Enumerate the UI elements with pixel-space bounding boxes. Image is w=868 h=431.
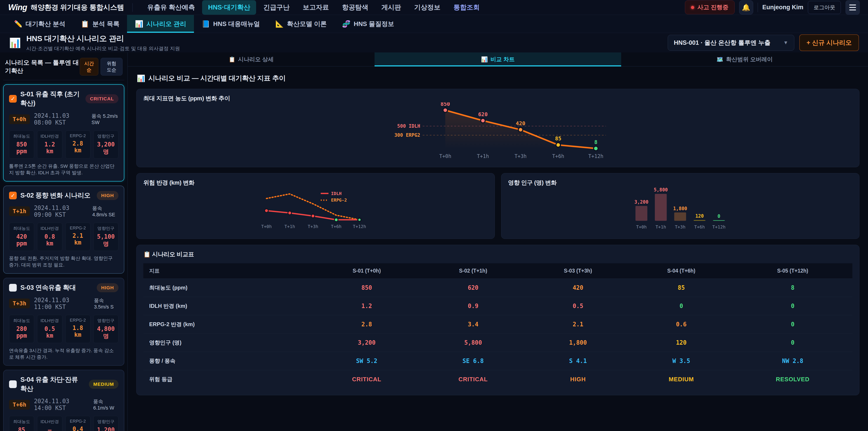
incident-select-value: HNS-001 · 울산 온산항 톨루엔 누출 bbox=[674, 39, 771, 47]
table-cell: 0 bbox=[733, 334, 852, 352]
table-cell: SE 6.8 bbox=[420, 352, 526, 370]
table-cell: 1,800 bbox=[526, 334, 629, 352]
scenario-description: 톨루엔 2.5톤 순간 유출. SW 풍향으로 온산 산업단지 방향 확산. I… bbox=[9, 163, 119, 176]
scenario-card[interactable]: ✓ S-01 유출 직후 (초기 확산) CRITICAL T+0h 2024.… bbox=[3, 84, 124, 182]
table-row: 풍향 / 풍속SW 5.2SE 6.8S 4.1W 3.5NW 2.8 bbox=[143, 352, 852, 370]
svg-text:120: 120 bbox=[695, 213, 704, 219]
scenario-checkbox[interactable] bbox=[9, 284, 17, 291]
new-scenario-button[interactable]: + 신규 시나리오 bbox=[799, 34, 859, 51]
wind-info: 풍속 5.2m/s SW bbox=[92, 113, 119, 125]
scenario-title: S-01 유출 직후 (초기 확산) bbox=[20, 90, 82, 108]
metric-label: IDLH반경 bbox=[39, 225, 60, 232]
metric-label: 영향인구 bbox=[95, 133, 116, 139]
metric-value: 0.5 km bbox=[39, 326, 60, 339]
wind-info: 풍속 6.1m/s W bbox=[93, 398, 119, 411]
nav-item-weather[interactable]: 기상정보 bbox=[408, 0, 446, 15]
svg-text:620: 620 bbox=[478, 111, 488, 117]
wind-info: 풍속 3.5m/s S bbox=[94, 297, 119, 310]
comparison-table-panel: 📋 시나리오 비교표 지표S-01 (T+0h)S-02 (T+1h)S-03 … bbox=[136, 245, 860, 395]
tab-diffusion-analysis[interactable]: ✏️ 대기확산 분석 bbox=[6, 15, 73, 33]
nav-item-board[interactable]: 게시판 bbox=[375, 0, 407, 15]
concentration-line-chart: 500 IDLH300 ERPG2850620420858T+0hT+1hT+3… bbox=[385, 102, 611, 162]
metric-box: 영향인구5,100명 bbox=[93, 223, 119, 251]
time-offset-chip: T+0h bbox=[9, 114, 30, 124]
scenario-card[interactable]: ✓ S-02 풍향 변화 시나리오 HIGH T+1h 2024.11.03 0… bbox=[3, 186, 124, 274]
sort-by-time-button[interactable]: 시간순 bbox=[80, 58, 98, 75]
table-cell: 0.6 bbox=[629, 315, 733, 334]
scenario-datetime: 2024.11.03 09:00 KST bbox=[34, 205, 88, 218]
map-icon: 🗺️ bbox=[717, 56, 723, 63]
logo-mark: Wing bbox=[8, 3, 27, 12]
tab-comparison-chart[interactable]: 📊 비교 차트 bbox=[375, 53, 621, 66]
tab-model-theory[interactable]: 📐 확산모델 이론 bbox=[268, 15, 334, 33]
metric-box: 최대농도850 ppm bbox=[9, 130, 34, 159]
incident-status-label: 사고 진행중 bbox=[698, 3, 728, 11]
table-row: 영향인구 (명)3,2005,8001,8001200 bbox=[143, 334, 852, 352]
metric-grid: 최대농도850 ppmIDLH반경1.2 kmERPG-22.8 km영향인구3… bbox=[9, 130, 119, 159]
bar-chart-icon: 📊 bbox=[137, 74, 145, 82]
svg-text:T+0h: T+0h bbox=[439, 153, 451, 159]
table-cell: 0.9 bbox=[420, 297, 526, 315]
nav-item-aerial-search[interactable]: 항공탐색 bbox=[336, 0, 374, 15]
metric-label: ERPG-2 bbox=[67, 318, 88, 323]
metric-value: 1.2 km bbox=[39, 141, 60, 155]
scenario-datetime: 2024.11.03 08:00 KST bbox=[34, 112, 88, 126]
tab-scenario-management[interactable]: 📊 시나리오 관리 bbox=[127, 15, 194, 33]
nav-item-integrated-search[interactable]: 통합조회 bbox=[447, 0, 486, 15]
tab-diffusion-overlay[interactable]: 🗺️ 확산범위 오버레이 bbox=[621, 53, 868, 66]
table-row: 최대농도 (ppm)850620420858 bbox=[143, 279, 852, 297]
nav-item-oil-spill[interactable]: 유출유 확산예측 bbox=[141, 0, 201, 15]
metric-box: IDLH반경1.2 km bbox=[37, 130, 62, 159]
svg-text:T+0h: T+0h bbox=[261, 224, 272, 229]
row-label: 위험 등급 bbox=[143, 370, 313, 389]
table-cell: 85 bbox=[629, 279, 733, 297]
tab-label: HNS 물질정보 bbox=[354, 20, 394, 28]
table-cell: 2.8 bbox=[313, 315, 420, 334]
table-header: S-04 (T+6h) bbox=[629, 263, 733, 279]
svg-text:85: 85 bbox=[555, 135, 561, 142]
notification-button[interactable]: 🔔 bbox=[739, 0, 753, 14]
metric-label: 최대농도 bbox=[11, 133, 32, 139]
tab-hns-substance-info[interactable]: 🧬 HNS 물질정보 bbox=[334, 15, 402, 33]
table-row: 위험 등급CRITICALCRITICALHIGHMEDIUMRESOLVED bbox=[143, 370, 852, 389]
comparison-table-title: 📋 시나리오 비교표 bbox=[143, 250, 852, 258]
table-cell: CRITICAL bbox=[313, 370, 420, 389]
tab-hns-manual[interactable]: 📘 HNS 대응매뉴얼 bbox=[194, 15, 268, 33]
tab-analysis-list[interactable]: 📋 분석 목록 bbox=[73, 15, 127, 33]
sort-by-risk-button[interactable]: 위험도순 bbox=[101, 58, 123, 75]
metric-label: IDLH반경 bbox=[39, 133, 60, 139]
clipboard-icon: 📋 bbox=[81, 20, 89, 28]
scenario-checkbox[interactable] bbox=[9, 380, 17, 388]
table-header: 지표 bbox=[143, 263, 313, 279]
svg-text:T+0h: T+0h bbox=[636, 224, 647, 229]
nav-item-reports[interactable]: 보고자료 bbox=[297, 0, 335, 15]
metric-box: IDLH반경– bbox=[37, 416, 62, 431]
table-cell: RESOLVED bbox=[733, 370, 852, 389]
logout-button[interactable]: 로그아웃 bbox=[808, 1, 841, 14]
metric-label: ERPG-2 bbox=[67, 133, 88, 138]
metric-box: 최대농도280 ppm bbox=[9, 315, 34, 343]
hamburger-menu-icon[interactable] bbox=[845, 0, 860, 15]
tab-label: 확산모델 이론 bbox=[287, 20, 327, 28]
table-header: S-03 (T+3h) bbox=[526, 263, 629, 279]
nav-item-rescue[interactable]: 긴급구난 bbox=[257, 0, 296, 15]
nav-item-hns-diffusion[interactable]: HNS·대기확산 bbox=[202, 0, 256, 15]
svg-text:420: 420 bbox=[516, 120, 525, 126]
row-label: 최대농도 (ppm) bbox=[143, 279, 313, 297]
content-tab-bar: 📋 시나리오 상세 📊 비교 차트 🗺️ 확산범위 오버레이 bbox=[128, 53, 868, 66]
clipboard-icon: 📋 bbox=[143, 251, 151, 258]
svg-text:500 IDLH: 500 IDLH bbox=[397, 123, 420, 129]
metric-label: 최대농도 bbox=[11, 318, 32, 324]
metric-label: ERPG-2 bbox=[67, 419, 88, 424]
scenario-checkbox[interactable]: ✓ bbox=[9, 95, 17, 102]
scenario-checkbox[interactable]: ✓ bbox=[9, 192, 17, 199]
table-cell: MEDIUM bbox=[629, 370, 733, 389]
comparison-table-title-text: 시나리오 비교표 bbox=[152, 251, 194, 258]
svg-text:T+12h: T+12h bbox=[588, 153, 603, 159]
scenario-card[interactable]: S-04 유출 차단·잔류 확산 MEDIUM T+6h 2024.11.03 … bbox=[3, 370, 124, 431]
scenario-card[interactable]: S-03 연속유출 확대 HIGH T+3h 2024.11.03 11:00 … bbox=[3, 278, 124, 366]
tab-scenario-detail[interactable]: 📋 시나리오 상세 bbox=[128, 53, 375, 66]
metric-grid: 최대농도280 ppmIDLH반경0.5 kmERPG-21.8 km영향인구4… bbox=[9, 315, 119, 343]
book-icon: 📘 bbox=[202, 20, 210, 28]
incident-select[interactable]: HNS-001 · 울산 온산항 톨루엔 누출 ▼ bbox=[668, 35, 794, 51]
